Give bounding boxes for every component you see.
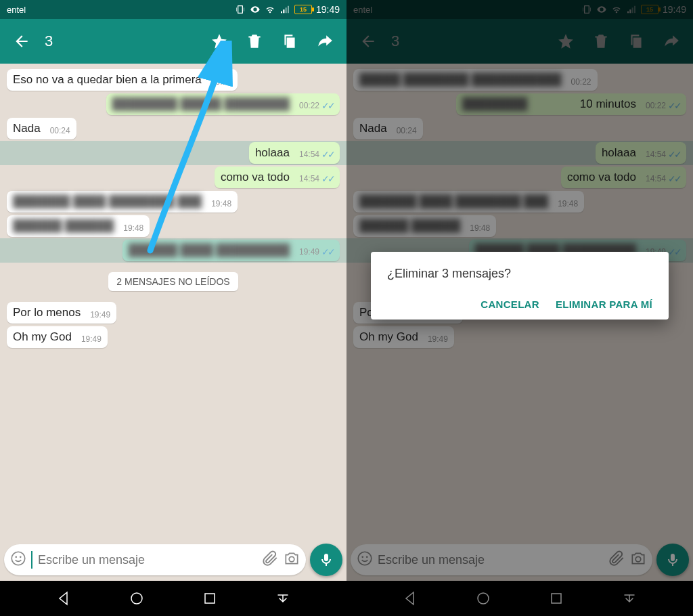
nav-dropdown[interactable] — [273, 589, 292, 608]
selection-count: 3 — [41, 32, 200, 50]
nav-recent[interactable] — [200, 589, 219, 608]
svg-rect-5 — [205, 594, 215, 603]
emoji-icon[interactable] — [9, 550, 27, 570]
text-cursor — [31, 551, 32, 569]
message-out-selected: holaaa14:54✓✓ — [7, 142, 340, 164]
back-button[interactable] — [5, 25, 38, 58]
svg-point-0 — [12, 552, 25, 565]
selection-action-bar: 3 — [0, 19, 346, 64]
composer — [0, 542, 346, 578]
svg-point-4 — [131, 593, 142, 604]
message-in: ██████ ██████19:48 — [7, 215, 340, 237]
attach-icon[interactable] — [261, 550, 279, 570]
delete-dialog: ¿Eliminar 3 mensajes? CANCELAR ELIMINAR … — [371, 252, 669, 320]
battery-icon: 15 — [294, 5, 312, 14]
clock-label: 19:49 — [316, 4, 340, 15]
android-nav-bar — [0, 581, 346, 616]
vibrate-icon — [235, 4, 246, 15]
message-input[interactable] — [38, 553, 257, 567]
message-out: ████████ █████ ████████00:22✓✓ — [7, 93, 340, 115]
unread-divider: 2 MENSAJES NO LEÍDOS — [7, 264, 340, 299]
message-in: Nada00:24 — [7, 118, 340, 139]
forward-button[interactable] — [309, 25, 341, 58]
delete-button[interactable] — [238, 25, 271, 58]
nav-home[interactable] — [127, 589, 146, 608]
star-button[interactable] — [203, 25, 236, 58]
wifi-icon — [265, 4, 275, 15]
message-out: como va todo14:54✓✓ — [7, 167, 340, 188]
camera-icon[interactable] — [283, 550, 300, 570]
svg-point-2 — [20, 556, 22, 558]
message-in: Eso no va a quedar bien a la primera00:2… — [7, 69, 340, 91]
cancel-button[interactable]: CANCELAR — [480, 299, 539, 310]
svg-point-1 — [15, 556, 17, 558]
svg-point-3 — [289, 556, 294, 562]
signal-icon — [280, 4, 290, 15]
dialog-title: ¿Eliminar 3 mensajes? — [387, 267, 652, 281]
nav-back[interactable] — [54, 589, 73, 608]
message-out-selected: ██████ ████ █████████19:49✓✓ — [7, 240, 340, 261]
message-in: Oh my God19:49 — [7, 326, 340, 348]
screenshot-left: entel 15 19:49 3 Eso no va a quedar bien… — [0, 0, 346, 616]
message-in: Por lo menos19:49 — [7, 302, 340, 324]
status-bar: entel 15 19:49 — [0, 0, 346, 19]
carrier-label: entel — [7, 5, 26, 15]
message-input-box[interactable] — [4, 544, 306, 575]
copy-button[interactable] — [273, 25, 306, 58]
mic-button[interactable] — [310, 544, 342, 576]
screenshot-right: entel 15 19:49 3 █████ ████████ ████████… — [346, 0, 693, 616]
chat-scroll[interactable]: Eso no va a quedar bien a la primera00:2… — [0, 64, 346, 537]
message-in: ███████ ████ ████████ ███19:48 — [7, 191, 340, 213]
delete-for-me-button[interactable]: ELIMINAR PARA MÍ — [556, 299, 652, 310]
eye-icon — [250, 4, 261, 15]
